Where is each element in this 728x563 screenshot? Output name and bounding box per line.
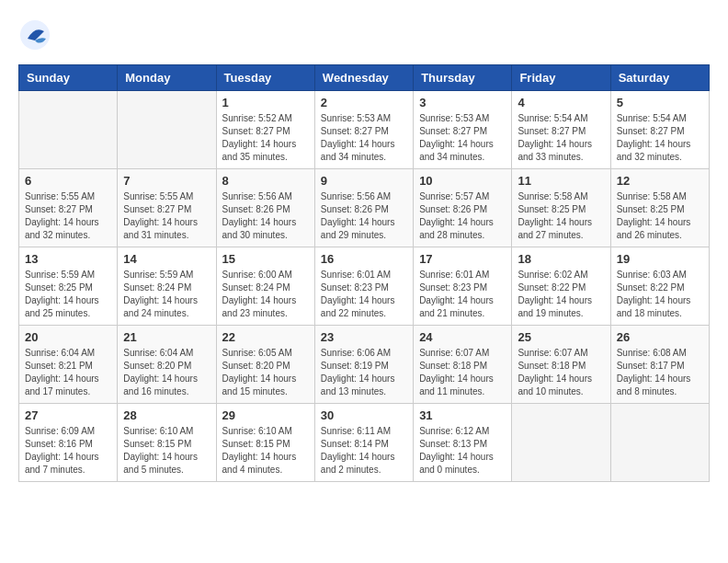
calendar-cell xyxy=(19,91,118,169)
calendar-header-thursday: Thursday xyxy=(414,65,512,91)
calendar-cell: 21Sunrise: 6:04 AM Sunset: 8:20 PM Dayli… xyxy=(118,326,216,404)
day-number: 3 xyxy=(419,96,506,109)
day-info: Sunrise: 6:03 AM Sunset: 8:22 PM Dayligh… xyxy=(617,269,703,320)
calendar-cell: 18Sunrise: 6:02 AM Sunset: 8:22 PM Dayli… xyxy=(512,247,610,326)
day-info: Sunrise: 5:55 AM Sunset: 8:27 PM Dayligh… xyxy=(25,190,111,242)
calendar-cell: 7Sunrise: 5:55 AM Sunset: 8:27 PM Daylig… xyxy=(118,169,216,247)
calendar-cell: 3Sunrise: 5:53 AM Sunset: 8:27 PM Daylig… xyxy=(414,91,512,169)
day-info: Sunrise: 6:04 AM Sunset: 8:20 PM Dayligh… xyxy=(123,347,210,398)
day-number: 30 xyxy=(321,408,407,422)
calendar: SundayMondayTuesdayWednesdayThursdayFrid… xyxy=(18,64,710,482)
day-info: Sunrise: 5:56 AM Sunset: 8:26 PM Dayligh… xyxy=(222,190,309,242)
day-number: 25 xyxy=(518,330,604,344)
calendar-header-monday: Monday xyxy=(118,65,216,91)
day-info: Sunrise: 6:00 AM Sunset: 8:24 PM Dayligh… xyxy=(222,269,309,320)
calendar-cell xyxy=(118,91,216,169)
calendar-week-2: 6Sunrise: 5:55 AM Sunset: 8:27 PM Daylig… xyxy=(19,169,710,247)
calendar-cell xyxy=(610,404,709,482)
day-info: Sunrise: 5:58 AM Sunset: 8:25 PM Dayligh… xyxy=(617,190,703,242)
day-number: 19 xyxy=(617,252,703,266)
calendar-cell: 16Sunrise: 6:01 AM Sunset: 8:23 PM Dayli… xyxy=(314,247,413,326)
day-info: Sunrise: 5:53 AM Sunset: 8:27 PM Dayligh… xyxy=(419,112,506,164)
day-info: Sunrise: 6:04 AM Sunset: 8:21 PM Dayligh… xyxy=(25,347,111,398)
header xyxy=(18,18,710,55)
calendar-cell: 27Sunrise: 6:09 AM Sunset: 8:16 PM Dayli… xyxy=(19,404,118,482)
day-number: 28 xyxy=(123,408,210,422)
calendar-header-sunday: Sunday xyxy=(19,65,118,91)
day-info: Sunrise: 6:05 AM Sunset: 8:20 PM Dayligh… xyxy=(222,347,309,398)
day-number: 22 xyxy=(222,330,309,344)
day-number: 8 xyxy=(222,174,309,188)
day-info: Sunrise: 5:54 AM Sunset: 8:27 PM Dayligh… xyxy=(617,112,703,164)
day-info: Sunrise: 6:07 AM Sunset: 8:18 PM Dayligh… xyxy=(419,347,506,398)
day-number: 17 xyxy=(419,252,506,266)
calendar-cell: 17Sunrise: 6:01 AM Sunset: 8:23 PM Dayli… xyxy=(414,247,512,326)
calendar-cell: 28Sunrise: 6:10 AM Sunset: 8:15 PM Dayli… xyxy=(118,404,216,482)
calendar-cell: 12Sunrise: 5:58 AM Sunset: 8:25 PM Dayli… xyxy=(610,169,709,247)
calendar-week-4: 20Sunrise: 6:04 AM Sunset: 8:21 PM Dayli… xyxy=(19,326,710,404)
calendar-cell: 2Sunrise: 5:53 AM Sunset: 8:27 PM Daylig… xyxy=(314,91,413,169)
calendar-week-5: 27Sunrise: 6:09 AM Sunset: 8:16 PM Dayli… xyxy=(19,404,710,482)
day-number: 20 xyxy=(25,330,111,344)
day-info: Sunrise: 6:07 AM Sunset: 8:18 PM Dayligh… xyxy=(518,347,604,398)
day-info: Sunrise: 5:58 AM Sunset: 8:25 PM Dayligh… xyxy=(518,190,604,242)
day-info: Sunrise: 6:02 AM Sunset: 8:22 PM Dayligh… xyxy=(518,269,604,320)
calendar-cell: 22Sunrise: 6:05 AM Sunset: 8:20 PM Dayli… xyxy=(216,326,314,404)
day-number: 18 xyxy=(518,252,604,266)
calendar-cell: 24Sunrise: 6:07 AM Sunset: 8:18 PM Dayli… xyxy=(414,326,512,404)
day-number: 4 xyxy=(518,96,604,109)
day-number: 10 xyxy=(419,174,506,188)
day-info: Sunrise: 6:10 AM Sunset: 8:15 PM Dayligh… xyxy=(222,425,309,477)
calendar-header-wednesday: Wednesday xyxy=(314,65,413,91)
calendar-week-3: 13Sunrise: 5:59 AM Sunset: 8:25 PM Dayli… xyxy=(19,247,710,326)
day-number: 21 xyxy=(123,330,210,344)
day-number: 6 xyxy=(25,174,111,188)
day-info: Sunrise: 6:01 AM Sunset: 8:23 PM Dayligh… xyxy=(321,269,407,320)
calendar-cell: 25Sunrise: 6:07 AM Sunset: 8:18 PM Dayli… xyxy=(512,326,610,404)
day-info: Sunrise: 6:08 AM Sunset: 8:17 PM Dayligh… xyxy=(617,347,703,398)
day-number: 14 xyxy=(123,252,210,266)
day-number: 5 xyxy=(617,96,703,109)
calendar-cell: 26Sunrise: 6:08 AM Sunset: 8:17 PM Dayli… xyxy=(610,326,709,404)
day-info: Sunrise: 6:01 AM Sunset: 8:23 PM Dayligh… xyxy=(419,269,506,320)
day-info: Sunrise: 5:57 AM Sunset: 8:26 PM Dayligh… xyxy=(419,190,506,242)
calendar-cell: 10Sunrise: 5:57 AM Sunset: 8:26 PM Dayli… xyxy=(414,169,512,247)
calendar-cell: 8Sunrise: 5:56 AM Sunset: 8:26 PM Daylig… xyxy=(216,169,314,247)
day-number: 24 xyxy=(419,330,506,344)
day-number: 11 xyxy=(518,174,604,188)
day-info: Sunrise: 5:53 AM Sunset: 8:27 PM Dayligh… xyxy=(321,112,407,164)
calendar-cell: 29Sunrise: 6:10 AM Sunset: 8:15 PM Dayli… xyxy=(216,404,314,482)
day-info: Sunrise: 5:59 AM Sunset: 8:24 PM Dayligh… xyxy=(123,269,210,320)
calendar-cell: 5Sunrise: 5:54 AM Sunset: 8:27 PM Daylig… xyxy=(610,91,709,169)
day-number: 27 xyxy=(25,408,111,422)
day-number: 13 xyxy=(25,252,111,266)
day-info: Sunrise: 6:12 AM Sunset: 8:13 PM Dayligh… xyxy=(419,425,506,477)
calendar-header-friday: Friday xyxy=(512,65,610,91)
day-info: Sunrise: 5:54 AM Sunset: 8:27 PM Dayligh… xyxy=(518,112,604,164)
day-number: 2 xyxy=(321,96,407,109)
calendar-header-row: SundayMondayTuesdayWednesdayThursdayFrid… xyxy=(19,65,710,91)
day-info: Sunrise: 5:52 AM Sunset: 8:27 PM Dayligh… xyxy=(222,112,309,164)
day-info: Sunrise: 5:55 AM Sunset: 8:27 PM Dayligh… xyxy=(123,190,210,242)
calendar-header-saturday: Saturday xyxy=(610,65,709,91)
day-info: Sunrise: 6:09 AM Sunset: 8:16 PM Dayligh… xyxy=(25,425,111,477)
day-info: Sunrise: 6:10 AM Sunset: 8:15 PM Dayligh… xyxy=(123,425,210,477)
day-info: Sunrise: 5:59 AM Sunset: 8:25 PM Dayligh… xyxy=(25,269,111,320)
calendar-cell: 14Sunrise: 5:59 AM Sunset: 8:24 PM Dayli… xyxy=(118,247,216,326)
day-number: 26 xyxy=(617,330,703,344)
day-number: 16 xyxy=(321,252,407,266)
day-number: 9 xyxy=(321,174,407,188)
day-number: 29 xyxy=(222,408,309,422)
calendar-cell: 1Sunrise: 5:52 AM Sunset: 8:27 PM Daylig… xyxy=(216,91,314,169)
calendar-cell: 13Sunrise: 5:59 AM Sunset: 8:25 PM Dayli… xyxy=(19,247,118,326)
logo xyxy=(18,18,55,55)
day-number: 31 xyxy=(419,408,506,422)
day-number: 23 xyxy=(321,330,407,344)
day-number: 7 xyxy=(123,174,210,188)
logo-icon xyxy=(18,18,51,52)
day-number: 12 xyxy=(617,174,703,188)
day-number: 15 xyxy=(222,252,309,266)
calendar-cell: 6Sunrise: 5:55 AM Sunset: 8:27 PM Daylig… xyxy=(19,169,118,247)
day-info: Sunrise: 5:56 AM Sunset: 8:26 PM Dayligh… xyxy=(321,190,407,242)
calendar-cell: 4Sunrise: 5:54 AM Sunset: 8:27 PM Daylig… xyxy=(512,91,610,169)
